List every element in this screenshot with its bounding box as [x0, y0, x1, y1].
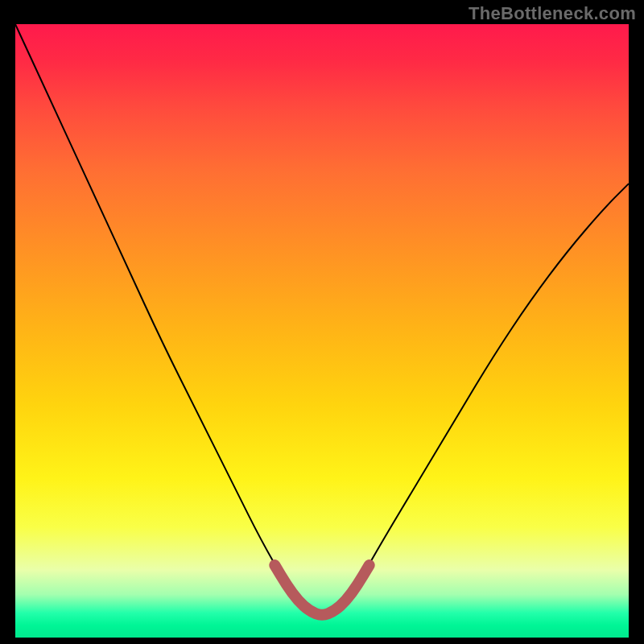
- chart-frame: TheBottleneck.com: [0, 0, 644, 644]
- chart-svg: [15, 24, 629, 638]
- watermark-text: TheBottleneck.com: [469, 3, 636, 24]
- plot-area: [15, 24, 629, 638]
- highlight-segment: [275, 565, 369, 615]
- main-curve: [15, 24, 629, 613]
